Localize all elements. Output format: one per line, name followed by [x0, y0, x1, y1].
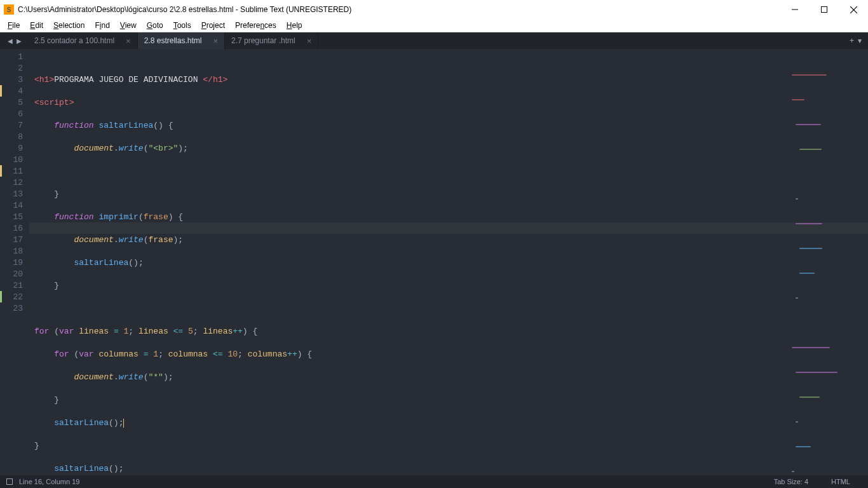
code-line: saltarLinea();: [34, 417, 868, 429]
line-number: 9: [0, 143, 23, 154]
tabbar-right-controls: + ▾: [850, 32, 868, 49]
line-number: 7: [0, 120, 23, 132]
maximize-icon: [821, 6, 827, 13]
tab-label: 2.8 estrellas.html: [144, 36, 202, 45]
line-number: 6: [0, 109, 23, 120]
tab-label: 2.7 preguntar .html: [231, 36, 295, 45]
code-line: saltarLinea();: [34, 257, 868, 269]
line-number: 14: [0, 200, 23, 212]
code-line: }: [34, 440, 868, 452]
code-line: function saltarLinea() {: [34, 120, 868, 132]
code-line: }: [34, 189, 868, 200]
line-number: 3: [0, 74, 23, 86]
close-button[interactable]: [839, 0, 868, 19]
titlebar: S C:\Users\Administrator\Desktop\lógica\…: [0, 0, 868, 19]
line-number: 22: [0, 292, 23, 303]
app-icon: S: [4, 4, 14, 15]
line-number: 20: [0, 269, 23, 280]
code-line: [34, 166, 868, 177]
line-number: 23: [0, 303, 23, 315]
tab-close-icon[interactable]: ×: [307, 36, 312, 46]
menu-file[interactable]: File: [3, 19, 25, 32]
code-line: document.write("<br>");: [34, 143, 868, 154]
tab-2[interactable]: 2.7 preguntar .html ×: [225, 32, 318, 49]
menu-help[interactable]: Help: [281, 19, 308, 32]
line-number: 15: [0, 212, 23, 223]
window-title: C:\Users\Administrator\Desktop\lógica\cu…: [18, 5, 780, 14]
panel-switch-icon[interactable]: [6, 478, 13, 485]
tabbar: ◀ ▶ 2.5 contador a 100.html × 2.8 estrel…: [0, 32, 868, 49]
menu-project[interactable]: Project: [196, 19, 230, 32]
line-number: 16: [0, 223, 23, 234]
menu-edit[interactable]: Edit: [25, 19, 48, 32]
window-controls: [780, 0, 868, 19]
code-line: document.write("*");: [34, 372, 868, 383]
svg-rect-1: [822, 7, 827, 13]
code-line: }: [34, 395, 868, 406]
text-caret: [123, 419, 124, 428]
close-icon: [850, 6, 857, 13]
tab-close-icon[interactable]: ×: [126, 36, 131, 46]
gutter: 1 2 3 4 5 6 7 8 9 10 11 12 13 14 15 16 1…: [0, 49, 29, 475]
menu-goto[interactable]: Goto: [142, 19, 168, 32]
code-line: }: [34, 280, 868, 292]
line-number: 2: [0, 63, 23, 74]
code-line: document.write(frase);: [34, 234, 868, 246]
menu-selection[interactable]: Selection: [48, 19, 90, 32]
tab-history-nav: ◀ ▶: [8, 32, 28, 49]
code-line: function imprimir(frase) {: [34, 212, 868, 223]
tab-close-icon[interactable]: ×: [213, 36, 218, 46]
code-area[interactable]: <h1>PROGRAMA JUEGO DE ADIVINACION </h1> …: [29, 49, 868, 475]
tab-menu-icon[interactable]: ▾: [858, 36, 862, 45]
line-number: 4: [0, 86, 23, 97]
line-number: 13: [0, 189, 23, 200]
menu-view[interactable]: View: [115, 19, 142, 32]
line-number: 18: [0, 246, 23, 257]
menu-tools[interactable]: Tools: [168, 19, 196, 32]
code-line: saltarLinea();: [34, 463, 868, 475]
tab-label: 2.5 contador a 100.html: [34, 36, 114, 45]
line-number: 5: [0, 97, 23, 109]
line-number: 10: [0, 154, 23, 166]
editor-area: 1 2 3 4 5 6 7 8 9 10 11 12 13 14 15 16 1…: [0, 49, 868, 475]
line-number: 11: [0, 166, 23, 177]
new-tab-icon[interactable]: +: [850, 36, 854, 45]
menu-preferences[interactable]: Preferences: [230, 19, 281, 32]
line-number: 17: [0, 234, 23, 246]
code-line: for (var lineas = 1; lineas <= 5; lineas…: [34, 326, 868, 337]
code-line: <h1>PROGRAMA JUEGO DE ADIVINACION </h1>: [34, 74, 868, 86]
line-number: 1: [0, 51, 23, 63]
line-number: 12: [0, 177, 23, 189]
code-line: <script>: [34, 97, 868, 109]
nav-forward-icon[interactable]: ▶: [17, 37, 22, 44]
menu-find[interactable]: Find: [90, 19, 114, 32]
minimize-icon: [792, 6, 798, 13]
line-number: 8: [0, 132, 23, 143]
maximize-button[interactable]: [810, 0, 839, 19]
tab-1[interactable]: 2.8 estrellas.html ×: [138, 32, 225, 49]
code-line: [34, 303, 868, 315]
tab-0[interactable]: 2.5 contador a 100.html ×: [28, 32, 138, 49]
code-line: for (var columnas = 1; columnas <= 10; c…: [34, 349, 868, 360]
line-number: 19: [0, 257, 23, 269]
line-number: 21: [0, 280, 23, 292]
menubar: File Edit Selection Find View Goto Tools…: [0, 19, 868, 32]
nav-back-icon[interactable]: ◀: [8, 37, 13, 44]
minimize-button[interactable]: [780, 0, 810, 19]
